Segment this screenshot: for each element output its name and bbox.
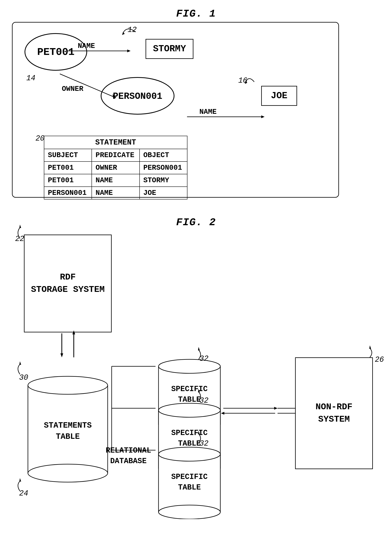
svg-point-23 — [159, 505, 220, 519]
ref32c-label: 32 — [199, 439, 209, 448]
nonrdf-label: NON-RDF SYSTEM — [316, 401, 352, 425]
ref32a-label: 32 — [199, 354, 209, 363]
svg-point-21 — [159, 403, 220, 417]
svg-marker-42 — [19, 478, 21, 482]
ref12-label: 12 — [128, 26, 137, 34]
ref22-label: 22 — [15, 235, 24, 243]
cell: PET001 — [44, 162, 92, 174]
pet001-text: PET001 — [37, 46, 74, 58]
svg-marker-34 — [274, 407, 278, 410]
cell: OWNER — [92, 162, 139, 174]
statement-table-container: STATEMENT SUBJECT PREDICATE OBJECT PET00… — [44, 136, 187, 199]
statement-table: STATEMENT SUBJECT PREDICATE OBJECT PET00… — [44, 136, 187, 199]
ref16-label: 16 — [238, 76, 247, 85]
svg-marker-41 — [19, 361, 21, 365]
svg-point-14 — [28, 464, 108, 482]
cell: NAME — [92, 187, 139, 199]
ellipse-pet001: PET001 — [24, 32, 88, 72]
relational-db-label: RELATIONAL DATABASE — [106, 445, 151, 466]
cell: STORMY — [140, 174, 187, 187]
box-nonrdf: NON-RDF SYSTEM — [295, 357, 373, 469]
ref32b-label: 32 — [199, 396, 209, 405]
ref20-label: 20 — [35, 134, 45, 143]
col-object: OBJECT — [140, 149, 187, 162]
table-row: PET001 NAME STORMY — [44, 174, 187, 187]
svg-point-24 — [159, 447, 220, 461]
statement-title: STATEMENT — [44, 136, 187, 149]
cell: PET001 — [44, 174, 92, 187]
ellipse-person001: PERSON001 — [100, 76, 175, 116]
box-stormy: STORMY — [146, 39, 193, 59]
fig1-title: FIG. 1 — [176, 8, 216, 20]
statements-table-label: STATEMENTSTABLE — [24, 411, 112, 451]
svg-marker-39 — [19, 225, 21, 228]
ref14-label: 14 — [26, 74, 35, 82]
table-row: PERSON001 NAME JOE — [44, 187, 187, 199]
svg-marker-40 — [369, 345, 371, 349]
cell: PERSON001 — [140, 162, 187, 174]
table-row: PET001 OWNER PERSON001 — [44, 162, 187, 174]
ref24-label: 24 — [19, 489, 28, 498]
col-subject: SUBJECT — [44, 149, 92, 162]
box-rdf-storage: RDF STORAGE SYSTEM — [24, 235, 112, 332]
svg-point-18 — [159, 359, 220, 373]
fig2-title: FIG. 2 — [176, 217, 216, 228]
specific-table-cylinder-3: SPECIFICTABLE — [156, 445, 223, 519]
ref30-label: 30 — [19, 373, 28, 382]
rdf-storage-label: RDF STORAGE SYSTEM — [31, 271, 105, 296]
stormy-label: STORMY — [153, 44, 186, 54]
svg-marker-26 — [60, 353, 63, 357]
relational-db-text: RELATIONAL DATABASE — [106, 446, 151, 465]
col-predicate: PREDICATE — [92, 149, 139, 162]
person001-text: PERSON001 — [113, 91, 162, 102]
svg-marker-43 — [198, 347, 200, 350]
cell: PERSON001 — [44, 187, 92, 199]
statements-table-cylinder: STATEMENTSTABLE — [24, 373, 112, 483]
box-joe: JOE — [261, 86, 297, 106]
joe-label: JOE — [271, 91, 287, 101]
cell: NAME — [92, 174, 139, 187]
specific-table-3-label: SPECIFICTABLE — [156, 465, 223, 499]
cell: JOE — [140, 187, 187, 199]
ref26-label: 26 — [375, 355, 384, 364]
page: FIG. 1 PET001 STORMY PERSON001 JOE NAME — [0, 0, 392, 547]
svg-point-15 — [28, 376, 108, 394]
